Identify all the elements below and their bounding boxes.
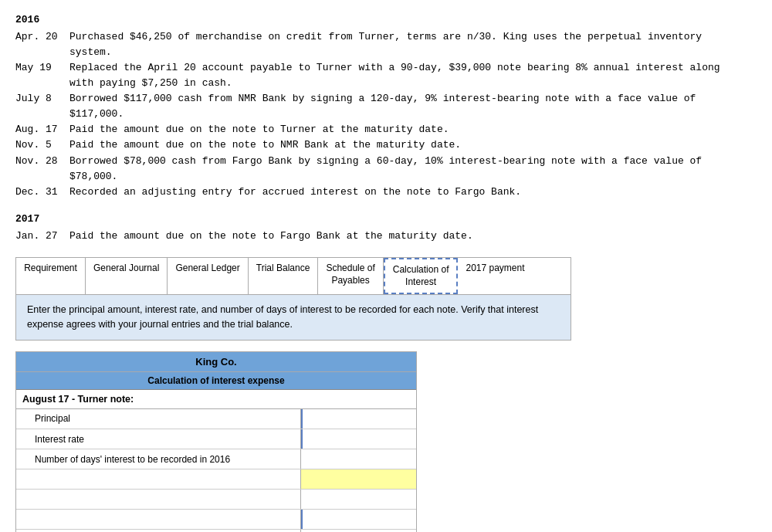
table-row — [16, 490, 416, 510]
narrative-row: Dec. 31 Recorded an adjusting entry for … — [15, 185, 757, 200]
entry-text: Borrowed $117,000 cash from NMR Bank by … — [69, 91, 757, 107]
narrative-row: May 19 Replaced the April 20 account pay… — [15, 60, 757, 76]
interest-rate-input-cell — [301, 429, 416, 449]
row-label: Principal — [16, 409, 301, 429]
table-row: Interest rate — [16, 429, 416, 449]
narrative-row: Apr. 20 Purchased $46,250 of merchandise… — [15, 29, 757, 45]
narrative-row: Aug. 17 Paid the amount due on the note … — [15, 122, 757, 137]
tab-calculation-interest[interactable]: Calculation ofInterest — [384, 258, 459, 294]
data-table: Principal Interest rate Number of days' … — [16, 409, 416, 532]
entry-date: Nov. 5 — [15, 137, 69, 153]
entry-text: Paid the amount due on the note to Turne… — [69, 122, 757, 137]
entry-date: Aug. 17 — [15, 122, 69, 137]
entry-date: Nov. 28 — [15, 154, 69, 169]
narrative-row: July 8 Borrowed $117,000 cash from NMR B… — [15, 91, 757, 107]
principal-input[interactable] — [301, 409, 416, 429]
row-label — [16, 469, 301, 490]
entry-text: Replaced the April 20 account payable to… — [69, 60, 757, 76]
table-section: King Co. Calculation of interest expense… — [15, 351, 417, 532]
narrative-row: Nov. 5 Paid the amount due on the note t… — [15, 137, 757, 153]
days-input[interactable] — [301, 449, 416, 469]
row-label — [16, 510, 301, 530]
entry-text: Purchased $46,250 of merchandise on cred… — [69, 29, 757, 45]
blue-cell-1 — [301, 510, 416, 530]
narrative-row: Nov. 28 Borrowed $78,000 cash from Fargo… — [15, 154, 757, 169]
table-section-header: August 17 - Turner note: — [16, 390, 416, 409]
entry-continuation: system. — [15, 45, 757, 60]
narrative-row: Jan. 27 Paid the amount due on the note … — [15, 229, 757, 244]
row-label: Interest rate — [16, 429, 301, 449]
entry-date: Dec. 31 — [15, 185, 69, 200]
entry-text: Paid the amount due on the note to NMR B… — [69, 137, 757, 153]
tab-general-ledger[interactable]: General Ledger — [168, 258, 248, 294]
entry-continuation: with paying $7,250 in cash. — [15, 76, 757, 91]
table-row: Principal — [16, 409, 416, 429]
entry-date: Jan. 27 — [15, 229, 69, 244]
row-label — [16, 490, 301, 510]
entry-text: Recorded an adjusting entry for accrued … — [69, 185, 757, 200]
year-2017: 2017 — [15, 212, 757, 227]
narrative-section-2017: 2017 Jan. 27 Paid the amount due on the … — [15, 212, 757, 243]
tab-general-journal[interactable]: General Journal — [86, 258, 168, 294]
interest-rate-input[interactable] — [301, 429, 416, 449]
tab-trial-balance[interactable]: Trial Balance — [249, 258, 319, 294]
blue-input-1[interactable] — [301, 510, 416, 529]
tabs-container: Requirement General Journal General Ledg… — [15, 257, 571, 295]
tab-schedule-payables[interactable]: Schedule ofPayables — [318, 258, 383, 294]
result-cell-1 — [301, 469, 416, 490]
narrative-section: 2016 Apr. 20 Purchased $46,250 of mercha… — [15, 12, 757, 199]
days-input-cell — [301, 449, 416, 469]
principal-input-cell — [301, 409, 416, 429]
year-2016: 2016 — [15, 12, 757, 28]
tab-requirement[interactable]: Requirement — [16, 258, 86, 294]
row-label: Number of days' interest to be recorded … — [16, 449, 301, 469]
entry-continuation: $117,000. — [15, 107, 757, 122]
empty-cell — [301, 490, 416, 510]
table-row — [16, 469, 416, 490]
entry-text: Borrowed $78,000 cash from Fargo Bank by… — [69, 154, 757, 169]
table-row — [16, 510, 416, 530]
instruction-box: Enter the principal amount, interest rat… — [15, 295, 571, 341]
entry-text: Paid the amount due on the note to Fargo… — [69, 229, 757, 244]
tab-2017-payment[interactable]: 2017 payment — [458, 258, 532, 294]
table-row: Number of days' interest to be recorded … — [16, 449, 416, 469]
entry-date: July 8 — [15, 91, 69, 107]
table-subtitle: Calculation of interest expense — [16, 372, 416, 390]
table-company-name: King Co. — [16, 352, 416, 372]
entry-continuation: $78,000. — [15, 169, 757, 185]
entry-date: May 19 — [15, 60, 69, 76]
result-input-1[interactable] — [301, 469, 416, 489]
entry-date: Apr. 20 — [15, 29, 69, 45]
empty-input-1[interactable] — [301, 490, 416, 509]
